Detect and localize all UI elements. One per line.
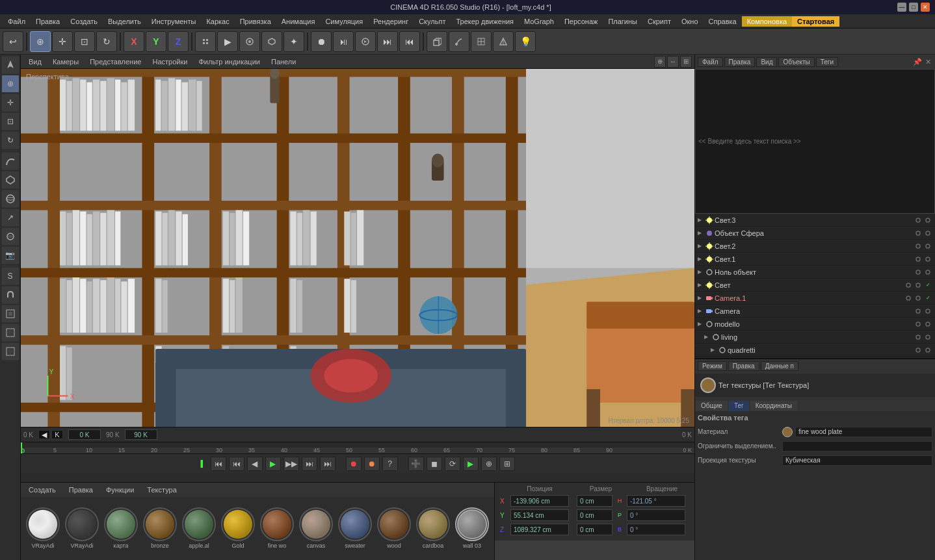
render-toggle[interactable] xyxy=(923,320,932,329)
visibility-toggle[interactable] xyxy=(914,307,923,316)
vp-btn-plus[interactable]: ⊕ xyxy=(654,56,666,68)
btn-add-track[interactable]: ➕ xyxy=(408,457,424,471)
material-item-bronze[interactable]: bronze xyxy=(143,507,177,549)
tool-scale[interactable]: ⊡ xyxy=(74,31,95,52)
menu-item-5[interactable]: Каркас xyxy=(201,16,234,27)
menu-item-6[interactable]: Привязка xyxy=(235,16,276,27)
material-item-wall03[interactable]: wall 03 xyxy=(455,507,489,549)
tool-anim3[interactable] xyxy=(355,31,376,52)
tl-prev-btn[interactable]: ◀ xyxy=(38,430,50,439)
tool-anim1[interactable]: ⏺ xyxy=(311,31,332,52)
btn-prev-key[interactable]: ⏮ xyxy=(229,457,244,471)
menu-item-19[interactable]: Стартовая xyxy=(792,16,839,27)
btn-record[interactable]: ⏺ xyxy=(346,457,362,471)
btn-play-forward[interactable]: ▶ xyxy=(265,457,281,471)
expand-icon[interactable]: ▶ xyxy=(698,256,704,262)
render-toggle[interactable] xyxy=(923,268,932,277)
menu-item-2[interactable]: Создать xyxy=(65,16,103,27)
vp-menu-set[interactable]: Настройки xyxy=(147,57,192,67)
btn-to-end[interactable]: ⏭ xyxy=(320,457,336,471)
vp-btn-full[interactable]: ⊞ xyxy=(680,56,692,68)
tree-item-svet1[interactable]: ▶Свет.1 xyxy=(695,253,935,266)
minimize-button[interactable]: — xyxy=(897,3,906,12)
vp-btn-move[interactable]: ↔ xyxy=(667,56,679,68)
props-edit-btn[interactable]: Правка xyxy=(728,361,759,371)
btn-play-rev[interactable]: ▶ xyxy=(463,457,479,471)
x-rot-input[interactable] xyxy=(627,495,685,507)
tool-light[interactable]: 💡 xyxy=(515,31,536,52)
material-item-sweater[interactable]: sweater xyxy=(338,507,372,549)
visibility-toggle[interactable] xyxy=(914,216,923,225)
visibility-toggle[interactable] xyxy=(914,255,923,264)
menu-item-4[interactable]: Инструменты xyxy=(146,16,202,27)
menu-item-14[interactable]: Плагины xyxy=(603,16,642,27)
menu-item-11[interactable]: Трекер движения xyxy=(451,16,519,27)
props-mode-btn[interactable]: Режим xyxy=(698,361,727,371)
tree-item-sphere[interactable]: ▶Объект Сфера xyxy=(695,227,935,240)
menu-item-17[interactable]: Справка xyxy=(704,16,742,27)
tool-add[interactable]: ✦ xyxy=(283,31,304,52)
tool-point-mode[interactable] xyxy=(195,31,216,52)
btn-next-key[interactable]: ⏭ xyxy=(302,457,317,471)
expand-icon[interactable]: ▶ xyxy=(698,230,704,236)
btn-next-frame[interactable]: ▶▶ xyxy=(283,457,299,471)
tool-scale2[interactable]: ⊡ xyxy=(1,112,20,131)
expand-icon[interactable]: ▶ xyxy=(698,217,704,223)
material-item-vray1[interactable]: VRayAdi xyxy=(26,507,60,549)
tool-env[interactable] xyxy=(1,227,20,246)
tool-3d[interactable] xyxy=(261,31,282,52)
tool-select-live[interactable]: ⊕ xyxy=(1,75,20,93)
btn-prev-frame[interactable]: ◀ xyxy=(247,457,263,471)
z-size-input[interactable] xyxy=(577,524,612,535)
tool-anim4[interactable]: ⏭ xyxy=(377,31,398,52)
timeline-ruler[interactable]: 0 0 5 10 15 20 25 30 35 40 45 50 55 60 xyxy=(21,442,694,453)
expand-icon[interactable]: ▶ xyxy=(698,321,704,327)
menu-item-1[interactable]: Правка xyxy=(31,16,65,27)
menu-item-16[interactable]: Окно xyxy=(676,16,704,27)
tool-cam2[interactable]: 📷 xyxy=(1,246,20,264)
om-view-btn[interactable]: Вид xyxy=(756,57,777,67)
tool-grid[interactable] xyxy=(1,305,20,323)
tool-transform[interactable]: ✛ xyxy=(1,94,20,112)
menu-item-15[interactable]: Скрипт xyxy=(642,16,676,27)
btn-loop[interactable]: ⟳ xyxy=(445,457,460,471)
render-toggle[interactable] xyxy=(923,216,932,225)
tool-move-obj[interactable] xyxy=(1,56,20,74)
tree-item-svet2[interactable]: ▶Свет.2 xyxy=(695,240,935,253)
menu-item-10[interactable]: Скульпт xyxy=(414,16,451,27)
tool-anim2[interactable]: ⏯ xyxy=(333,31,354,52)
material-item-vray2[interactable]: VRayAdi xyxy=(65,507,99,549)
z-pos-input[interactable] xyxy=(510,524,569,535)
render-toggle[interactable] xyxy=(914,294,923,303)
tool-polygon[interactable] xyxy=(1,171,20,189)
tool-landscape[interactable] xyxy=(1,342,20,361)
visibility-toggle[interactable] xyxy=(914,333,923,342)
tree-item-svet3[interactable]: ▶Свет.3 xyxy=(695,214,935,227)
render-toggle[interactable] xyxy=(923,333,932,342)
undo-button[interactable]: ↩ xyxy=(3,31,23,52)
expand-icon[interactable]: ▶ xyxy=(711,347,717,353)
tool-render[interactable]: ▶ xyxy=(217,31,238,52)
tree-item-modello[interactable]: ▶modello xyxy=(695,318,935,331)
tree-item-living[interactable]: ▶living xyxy=(695,331,935,344)
btn-stop[interactable]: ◼ xyxy=(427,457,442,471)
expand-icon[interactable]: ▶ xyxy=(698,269,704,275)
btn-options[interactable]: ⊞ xyxy=(499,457,515,471)
material-item-apple[interactable]: apple.al xyxy=(182,507,216,549)
y-rot-input[interactable] xyxy=(627,509,685,521)
btn-sync[interactable]: ⊕ xyxy=(481,457,497,471)
btn-record2[interactable]: ⏺ xyxy=(364,457,380,471)
render-toggle[interactable] xyxy=(923,346,932,355)
tool-deform[interactable]: ↗ xyxy=(1,209,20,227)
x-size-input[interactable] xyxy=(577,495,612,507)
render-toggle[interactable] xyxy=(923,242,932,251)
material-item-wood[interactable]: wood xyxy=(377,507,411,549)
tool-paint[interactable]: S xyxy=(1,267,20,285)
render-toggle[interactable] xyxy=(923,255,932,264)
tool-spline[interactable] xyxy=(1,152,20,170)
visibility-toggle[interactable] xyxy=(914,268,923,277)
viewport-3d[interactable]: Перспектива xyxy=(21,69,694,427)
tool-texture-paint[interactable] xyxy=(1,324,20,342)
visibility-toggle[interactable] xyxy=(914,346,923,355)
om-objects-btn[interactable]: Объекты xyxy=(778,57,814,67)
